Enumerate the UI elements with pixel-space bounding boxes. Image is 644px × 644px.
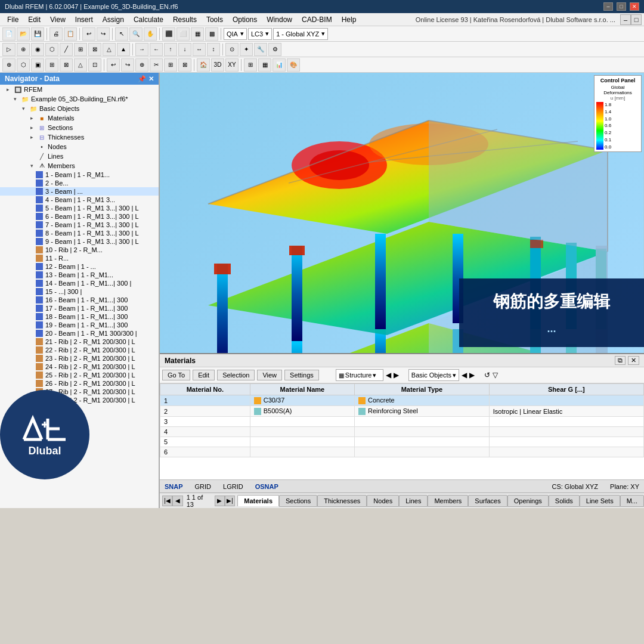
expand-materials[interactable]: ▸	[27, 114, 36, 122]
member-26[interactable]: 26 - Rib | 2 - R_M1 200/300 | L	[0, 379, 159, 388]
member-24[interactable]: 24 - Rib | 2 - R_M1 200/300 | L	[0, 363, 159, 371]
member-14[interactable]: 14 - Beam | 1 - R_M1...| 300 |	[0, 279, 159, 287]
tb2-19[interactable]: ⚙	[268, 43, 281, 56]
nav2-next[interactable]: ▶	[469, 371, 475, 379]
tb3-13[interactable]: ⊠	[178, 58, 191, 72]
tb2-7[interactable]: ⊠	[88, 43, 101, 56]
tb2-6[interactable]: ⊞	[74, 43, 87, 56]
menu-results[interactable]: Results	[168, 14, 202, 25]
maximize-button[interactable]: □	[617, 2, 626, 11]
tb3-2[interactable]: ⬡	[17, 58, 30, 72]
tb2-4[interactable]: ⬡	[45, 43, 58, 56]
tb3-19[interactable]: 📊	[273, 58, 286, 72]
tb-save[interactable]: 💾	[31, 27, 44, 41]
member-4[interactable]: 4 - Beam | 1 - R_M1 3...	[0, 196, 159, 204]
expand-project[interactable]: ▾	[11, 95, 19, 103]
expand-basic[interactable]: ▾	[19, 104, 27, 113]
close-button[interactable]: ✕	[630, 2, 639, 11]
member-9[interactable]: 9 - Beam | 1 - R_M1 3...| 300 | L	[0, 237, 159, 246]
tree-basic-objects[interactable]: ▾ 📁 Basic Objects	[0, 104, 159, 113]
tab-openings[interactable]: Openings	[507, 495, 549, 507]
tab-navigation[interactable]: |◀ ◀ 1 1 of 13 ▶ ▶|	[160, 494, 237, 508]
tree-nodes[interactable]: • Nodes	[0, 142, 159, 151]
tab-materials[interactable]: Materials	[237, 495, 279, 506]
tb-xyz-dropdown[interactable]: 1 - Global XYZ ▾	[273, 28, 328, 40]
tb2-14[interactable]: ↔	[193, 43, 206, 56]
tb2-12[interactable]: ↑	[164, 43, 177, 56]
tb3-11[interactable]: ✂	[150, 58, 163, 72]
lgrid-toggle[interactable]: LGRID	[223, 483, 243, 490]
tb3-8[interactable]: ↩	[107, 58, 120, 72]
edit-btn[interactable]: Edit	[193, 370, 215, 380]
tb-view3[interactable]: ▦	[191, 27, 204, 41]
tb3-14[interactable]: 🏠	[197, 58, 210, 72]
expand-lines[interactable]	[27, 152, 36, 160]
tree-project[interactable]: ▾ 📁 Example 05_3D-Building_EN.rf6*	[0, 94, 159, 104]
member-16[interactable]: 16 - Beam | 1 - R_M1...| 300	[0, 296, 159, 304]
tb3-7[interactable]: ⊡	[88, 58, 101, 72]
menu-window[interactable]: Window	[262, 14, 297, 25]
grid-toggle[interactable]: GRID	[195, 483, 212, 490]
tb3-12[interactable]: ⊞	[164, 58, 177, 72]
tree-materials[interactable]: ▸ ■ Materials	[0, 113, 159, 123]
tab-members[interactable]: Members	[428, 495, 468, 507]
tab-solids[interactable]: Solids	[549, 495, 580, 507]
tb3-16[interactable]: XY	[225, 58, 239, 72]
tb2-16[interactable]: ⊙	[225, 43, 239, 56]
basicobj-dropdown[interactable]: Basic Objects ▾	[408, 369, 459, 381]
nav-next[interactable]: ▶	[394, 371, 399, 379]
tab-nodes[interactable]: Nodes	[367, 495, 399, 507]
tb3-15[interactable]: 3D	[211, 58, 224, 72]
tab-lines[interactable]: Lines	[399, 495, 428, 507]
menu-insert[interactable]: Insert	[70, 14, 98, 25]
member-10[interactable]: 10 - Rib | 2 - R_M...	[0, 246, 159, 254]
menu-options[interactable]: Options	[228, 14, 262, 25]
table-row[interactable]: 1 C30/37 Concrete	[160, 395, 644, 406]
minimize-button[interactable]: –	[603, 2, 613, 11]
expand-rfem[interactable]: ▸	[4, 85, 12, 94]
tab-sections[interactable]: Sections	[279, 495, 317, 507]
tb-print2[interactable]: 📋	[64, 27, 77, 41]
tb-select[interactable]: ↖	[115, 27, 128, 41]
tb-zoom[interactable]: 🔍	[129, 27, 143, 41]
nav2-prev[interactable]: ◀	[462, 371, 467, 379]
tb2-3[interactable]: ◉	[31, 43, 44, 56]
tb3-17[interactable]: ⊞	[244, 58, 257, 72]
menu-help[interactable]: Help	[337, 14, 361, 25]
tree-lines[interactable]: ╱ Lines	[0, 151, 159, 161]
member-2[interactable]: 2 - Be...	[0, 179, 159, 187]
member-23[interactable]: 23 - Rib | 2 - R_M1 200/300 | L	[0, 354, 159, 363]
panel-close-btn[interactable]: ✕	[628, 356, 639, 365]
panel-minimize-btn[interactable]: –	[620, 14, 631, 25]
panel-maximize-btn[interactable]: □	[631, 14, 642, 25]
tab-last-btn[interactable]: ▶|	[225, 496, 235, 506]
tb2-5[interactable]: ╱	[60, 43, 73, 56]
table-row[interactable]: 6	[160, 447, 644, 457]
nav-pin-btn[interactable]: 📌	[138, 75, 146, 83]
tb2-11[interactable]: ←	[150, 43, 163, 56]
nav-prev[interactable]: ◀	[386, 371, 391, 379]
tab-next-btn[interactable]: ▶	[215, 496, 225, 506]
tb2-17[interactable]: ✦	[240, 43, 253, 56]
tb2-2[interactable]: ⊕	[17, 43, 30, 56]
menu-assign[interactable]: Assign	[98, 14, 129, 25]
panel-controls[interactable]: ⧉ ✕	[615, 356, 639, 365]
tab-more[interactable]: M...	[620, 495, 644, 507]
tab-prev-btn[interactable]: ◀	[172, 496, 182, 506]
member-7[interactable]: 7 - Beam | 1 - R_M1 3...| 300 | L	[0, 221, 159, 229]
member-20[interactable]: 20 - Beam | 1 - R_M1 300/300 |	[0, 329, 159, 338]
tb3-6[interactable]: △	[74, 58, 87, 72]
tb3-1[interactable]: ⊕	[2, 58, 16, 72]
tree-members[interactable]: ▾ ᗑ Members	[0, 161, 159, 171]
tb2-13[interactable]: ↓	[178, 43, 191, 56]
menu-tools[interactable]: Tools	[202, 14, 228, 25]
tab-thicknesses[interactable]: Thicknesses	[317, 495, 367, 507]
menu-calculate[interactable]: Calculate	[129, 14, 168, 25]
expand-members[interactable]: ▾	[27, 162, 36, 170]
menu-cadbim[interactable]: CAD-BIM	[297, 14, 337, 25]
member-19[interactable]: 19 - Beam | 1 - R_M1...| 300	[0, 321, 159, 329]
menu-edit[interactable]: Edit	[23, 14, 45, 25]
tb2-18[interactable]: 🔧	[254, 43, 267, 56]
tb2-9[interactable]: ▲	[117, 43, 130, 56]
tb-view1[interactable]: ⬛	[162, 27, 175, 41]
